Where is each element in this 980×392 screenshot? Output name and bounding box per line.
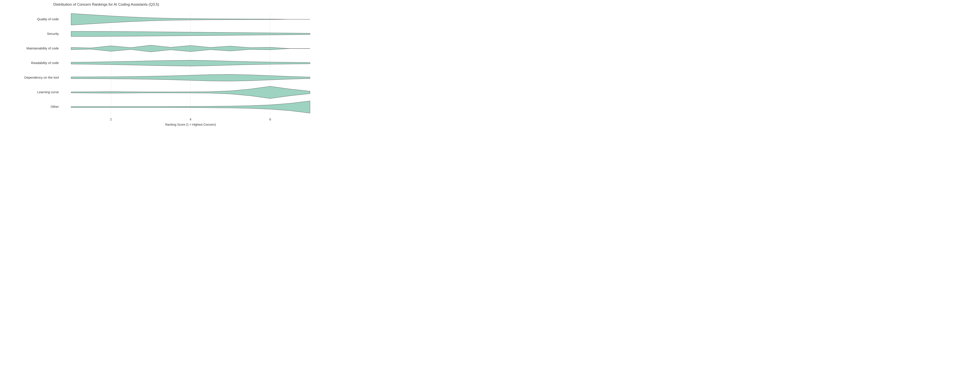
category-label: Readability of code: [31, 61, 59, 65]
violin-chart: Distribution of Concern Rankings for AI …: [0, 0, 327, 131]
category-label: Maintainability of code: [27, 46, 59, 50]
category-label: Security: [47, 32, 59, 35]
chart-container: Distribution of Concern Rankings for AI …: [0, 0, 327, 131]
chart-title: Distribution of Concern Rankings for AI …: [53, 2, 159, 6]
category-label: Learning curve: [37, 90, 59, 94]
category-label: Other: [51, 105, 59, 108]
category-label: Dependency on the tool: [24, 76, 59, 79]
violin-shape: [71, 61, 310, 66]
violin-shape: [71, 75, 310, 81]
x-axis-title: Ranking Score (1 = Highest Concern): [165, 123, 216, 126]
x-tick-label: 2: [110, 118, 112, 121]
violin-shape: [71, 45, 310, 52]
x-tick-label: 6: [269, 118, 271, 121]
violin-shape: [71, 31, 310, 37]
category-label: Quality of code: [37, 17, 59, 21]
x-tick-label: 4: [190, 118, 191, 121]
